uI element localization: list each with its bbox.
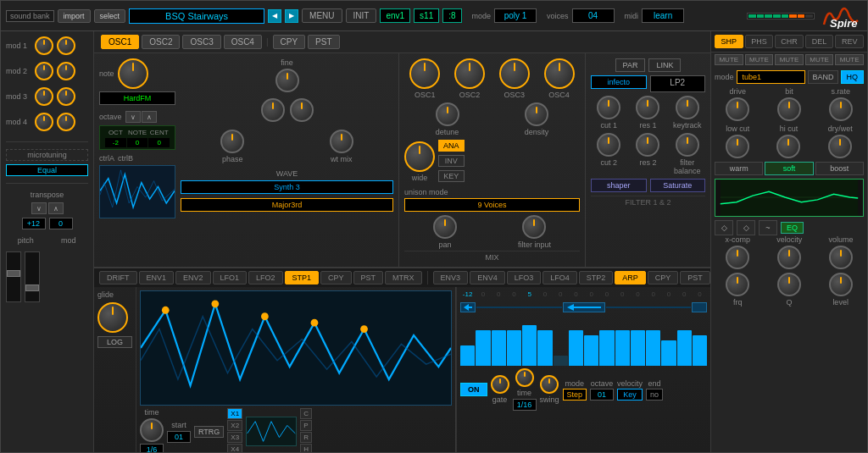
r-btn[interactable]: R: [300, 432, 312, 443]
osc2-tab[interactable]: OSC2: [142, 35, 180, 49]
transpose-zero[interactable]: 0: [49, 218, 73, 229]
eq-label-btn[interactable]: EQ: [781, 222, 804, 234]
mtrx-tab[interactable]: MTRX: [385, 271, 422, 285]
res1-knob[interactable]: [636, 96, 659, 119]
mod-slider[interactable]: [25, 251, 40, 302]
arp-time-knob[interactable]: [515, 368, 534, 387]
step-arrow1[interactable]: [460, 302, 476, 312]
bar10[interactable]: [615, 330, 630, 366]
pan-knob[interactable]: [433, 215, 457, 239]
mute4-btn[interactable]: MUTE: [805, 54, 834, 65]
swing-knob[interactable]: [540, 375, 559, 394]
mute2-btn[interactable]: MUTE: [745, 54, 774, 65]
ctrlA-knob[interactable]: [261, 98, 285, 122]
bar1[interactable]: [476, 330, 490, 366]
osc3-tab[interactable]: OSC3: [182, 35, 220, 49]
rev-tab[interactable]: REV: [835, 35, 864, 48]
start-value[interactable]: 01: [167, 431, 191, 443]
res2-knob[interactable]: [636, 133, 659, 157]
del-tab[interactable]: DEL: [805, 35, 834, 48]
env2-tab[interactable]: ENV2: [175, 271, 211, 285]
import-button[interactable]: import: [58, 9, 91, 23]
bar4[interactable]: [522, 325, 537, 366]
cpy2-btm-tab[interactable]: CPY: [648, 271, 679, 285]
lfo3-tab[interactable]: LFO3: [507, 271, 542, 285]
lfo2-tab[interactable]: LFO2: [248, 271, 283, 285]
arp-tab[interactable]: ARP: [615, 271, 646, 285]
osc4-tab[interactable]: OSC4: [224, 35, 262, 49]
bar9[interactable]: [599, 330, 614, 366]
mod4-knob2[interactable]: [57, 113, 75, 131]
mod2-knob2[interactable]: [57, 62, 75, 80]
level-knob[interactable]: [829, 273, 853, 296]
bar3[interactable]: [507, 330, 521, 366]
volume-knob[interactable]: [829, 246, 853, 269]
rtrg-btn[interactable]: RTRG: [194, 426, 224, 438]
osc4-big-knob[interactable]: [544, 58, 575, 89]
osc3-big-knob[interactable]: [499, 58, 530, 89]
keytrack-knob[interactable]: [676, 96, 699, 119]
next-preset-button[interactable]: ▶: [285, 9, 298, 23]
filter-balance-knob[interactable]: [676, 133, 699, 157]
osc1-tab[interactable]: OSC1: [101, 35, 139, 49]
boost-btn[interactable]: boost: [815, 162, 864, 175]
pst-tab[interactable]: PST: [308, 35, 339, 49]
soft-btn[interactable]: soft: [765, 162, 813, 175]
bar8[interactable]: [584, 335, 598, 366]
q-knob[interactable]: [777, 273, 801, 296]
step-arrow3[interactable]: [692, 302, 707, 312]
bar13[interactable]: [661, 340, 676, 366]
hq-btn[interactable]: HQ: [841, 70, 865, 84]
octave-down-btn[interactable]: ∨: [125, 111, 141, 123]
menu-button[interactable]: MENU: [302, 8, 342, 23]
shaper-btn[interactable]: shaper: [591, 179, 647, 192]
stp2-tab[interactable]: STP2: [579, 271, 614, 285]
link-btn[interactable]: LINK: [648, 58, 681, 72]
infecto-display[interactable]: infecto: [591, 75, 647, 89]
bar12[interactable]: [646, 330, 660, 366]
hardfm-display[interactable]: HardFM: [99, 91, 175, 105]
x4-btn[interactable]: X4: [227, 444, 242, 452]
arp-mode-value[interactable]: Step: [563, 389, 587, 401]
microtuning-select[interactable]: Equal: [6, 164, 88, 176]
preset-display[interactable]: BSQ Stairways: [129, 8, 264, 24]
mod4-knob[interactable]: [35, 113, 53, 131]
osc1-big-knob[interactable]: [409, 58, 440, 89]
eq-node3-btn[interactable]: ~: [759, 220, 777, 235]
eq-node1-btn[interactable]: ◇: [715, 220, 733, 235]
wtmix-knob[interactable]: [330, 130, 353, 153]
velocity-value[interactable]: Key: [617, 389, 643, 401]
dry-wet-knob[interactable]: [828, 135, 852, 158]
osc2-big-knob[interactable]: [454, 58, 485, 89]
x2-btn[interactable]: X2: [227, 420, 242, 431]
cut1-knob[interactable]: [597, 96, 620, 119]
shp-tab[interactable]: SHP: [715, 35, 743, 48]
mute3-btn[interactable]: MUTE: [775, 54, 804, 65]
bar15[interactable]: [693, 335, 707, 366]
step-arrow2[interactable]: [563, 302, 605, 312]
glide-knob[interactable]: [97, 302, 128, 333]
prev-preset-button[interactable]: ◀: [268, 9, 281, 23]
bar7[interactable]: [569, 330, 583, 366]
h-btn[interactable]: H: [300, 444, 312, 452]
midi-value[interactable]: learn: [642, 8, 684, 23]
mute1-btn[interactable]: MUTE: [715, 54, 743, 65]
par-btn[interactable]: PAR: [615, 58, 646, 72]
time-value[interactable]: 1/6: [140, 444, 164, 452]
bar6[interactable]: [554, 356, 568, 366]
phase-knob[interactable]: [220, 130, 244, 153]
octave-up-btn[interactable]: ∧: [142, 111, 157, 123]
env1-tab[interactable]: ENV1: [139, 271, 175, 285]
frq-knob[interactable]: [726, 273, 749, 296]
ctrlB-knob[interactable]: [290, 98, 314, 122]
lfo4-tab[interactable]: LFO4: [542, 271, 577, 285]
stp1-tab[interactable]: STP1: [285, 271, 320, 285]
bar0[interactable]: [460, 345, 475, 366]
chr-tab[interactable]: CHR: [775, 35, 804, 48]
srate-knob[interactable]: [829, 97, 853, 121]
eq-node2-btn[interactable]: ◇: [737, 220, 755, 235]
ana-btn[interactable]: ANA: [438, 140, 465, 152]
c-btn[interactable]: C: [300, 408, 312, 419]
synth3-display[interactable]: Synth 3: [181, 180, 393, 194]
time-knob[interactable]: [140, 418, 164, 442]
